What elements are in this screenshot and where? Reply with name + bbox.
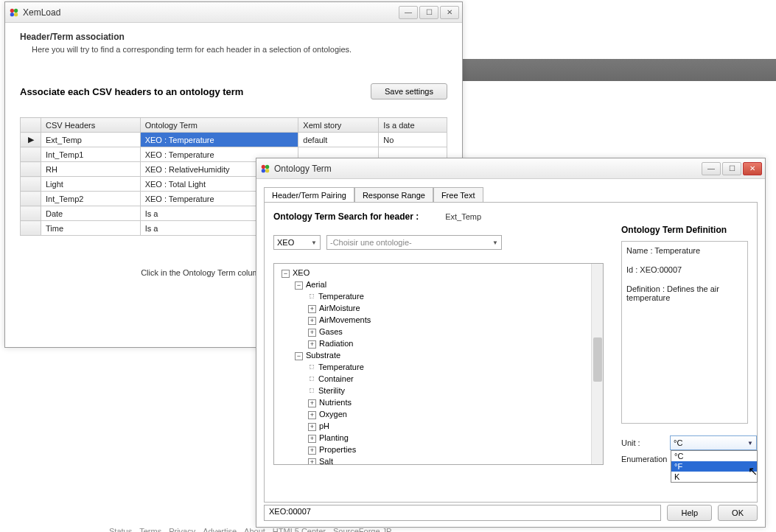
tree-expand-icon[interactable]: + bbox=[308, 329, 316, 337]
tree-node[interactable]: Temperature bbox=[308, 290, 598, 302]
save-settings-button[interactable]: Save settings bbox=[371, 83, 447, 99]
section-subtext: Here you will try to find a correspondin… bbox=[32, 45, 447, 54]
tree-node[interactable]: +AirMovements bbox=[308, 314, 598, 326]
svg-point-5 bbox=[265, 164, 269, 168]
definition-text: Definition : Defines the air temperature bbox=[626, 284, 743, 302]
window-title: XemLoad bbox=[23, 7, 399, 18]
svg-point-3 bbox=[14, 13, 18, 16]
tree-expand-icon[interactable]: + bbox=[308, 411, 316, 419]
col-xeml-story[interactable]: Xeml story bbox=[298, 118, 379, 133]
tree-expand-icon[interactable]: + bbox=[308, 399, 316, 407]
tab-free-text[interactable]: Free Text bbox=[433, 187, 483, 203]
chevron-down-icon: ▼ bbox=[492, 239, 498, 246]
table-row[interactable]: ▶Ext_TempXEO : TemperaturedefaultNo bbox=[21, 133, 447, 147]
tree-expand-icon[interactable]: + bbox=[308, 435, 316, 443]
definition-name: Name : Temperature bbox=[626, 246, 743, 255]
ontology-select-combo[interactable]: -Choisir une ontologie-▼ bbox=[326, 235, 502, 250]
tree-node[interactable]: +Gases bbox=[308, 326, 598, 337]
tree-node[interactable]: Substrate bbox=[306, 351, 340, 360]
tree-node[interactable]: +Salt bbox=[308, 455, 598, 465]
tree-node[interactable]: +Planting bbox=[308, 432, 598, 444]
minimize-button[interactable]: — bbox=[399, 6, 418, 19]
tree-node[interactable]: Aerial bbox=[306, 280, 326, 289]
col-csv-headers[interactable]: CSV Headers bbox=[41, 118, 141, 133]
app-icon bbox=[259, 163, 271, 175]
tree-expand-icon[interactable]: + bbox=[308, 458, 316, 465]
unit-option[interactable]: °F bbox=[671, 461, 757, 472]
minimize-button[interactable]: — bbox=[702, 162, 721, 175]
unit-dropdown[interactable]: °C°FK bbox=[671, 450, 758, 483]
app-icon bbox=[8, 7, 20, 18]
svg-point-2 bbox=[10, 13, 14, 16]
tree-node[interactable]: Temperature bbox=[308, 361, 598, 373]
tree-expand-icon[interactable]: + bbox=[308, 305, 316, 313]
tree-expand-icon[interactable]: + bbox=[308, 340, 316, 349]
svg-point-0 bbox=[10, 8, 14, 12]
tree-expand-icon[interactable]: + bbox=[308, 447, 316, 455]
tree-collapse-icon[interactable]: − bbox=[295, 281, 303, 290]
tree-node[interactable]: +pH bbox=[308, 420, 598, 432]
tree-collapse-icon[interactable]: − bbox=[295, 352, 303, 360]
svg-point-4 bbox=[262, 164, 265, 168]
tab-response-range[interactable]: Response Range bbox=[354, 187, 433, 203]
tree-node[interactable]: Sterility bbox=[308, 385, 598, 396]
page-footer: StatusTermsPrivacyAdvertiseAboutHTML5 Ce… bbox=[109, 526, 399, 532]
tree-node[interactable]: +Radiation bbox=[308, 337, 598, 349]
tree-expand-icon[interactable]: + bbox=[308, 423, 316, 431]
definition-heading: Ontology Term Definition bbox=[621, 225, 748, 235]
unit-option[interactable]: °C bbox=[671, 451, 757, 461]
search-label: Ontology Term Search for header : bbox=[273, 211, 419, 222]
ontology-tree[interactable]: −XEO −Aerial Temperature+AirMoisture+Air… bbox=[273, 263, 604, 465]
tab-header-term-pairing[interactable]: Header/Term Pairing bbox=[264, 187, 354, 203]
tree-node[interactable]: +Properties bbox=[308, 444, 598, 455]
close-button[interactable]: ✕ bbox=[440, 6, 459, 19]
tree-node[interactable]: +Oxygen bbox=[308, 408, 598, 420]
definition-id: Id : XEO:00007 bbox=[626, 265, 743, 274]
ok-button[interactable]: OK bbox=[718, 505, 758, 521]
tree-collapse-icon[interactable]: − bbox=[282, 270, 290, 278]
associate-heading: Associate each CSV headers to an ontolog… bbox=[20, 86, 371, 97]
scrollbar[interactable] bbox=[591, 264, 603, 464]
unit-label: Unit : bbox=[621, 438, 670, 447]
tree-expand-icon[interactable]: + bbox=[308, 317, 316, 325]
tree-node[interactable]: Container bbox=[308, 373, 598, 385]
unit-option[interactable]: K bbox=[671, 472, 757, 482]
maximize-button[interactable]: ☐ bbox=[419, 6, 438, 19]
window-title: Ontology Term bbox=[274, 164, 702, 174]
path-field[interactable]: XEO:00007 bbox=[264, 505, 661, 521]
close-button[interactable]: ✕ bbox=[743, 162, 762, 175]
chevron-down-icon: ▼ bbox=[747, 440, 753, 447]
tree-node[interactable]: XEO bbox=[293, 268, 310, 277]
maximize-button[interactable]: ☐ bbox=[722, 162, 741, 175]
tree-node[interactable]: +Nutrients bbox=[308, 396, 598, 408]
tree-node[interactable]: +AirMoisture bbox=[308, 302, 598, 314]
svg-point-1 bbox=[14, 8, 18, 12]
enumeration-label: Enumeration bbox=[621, 455, 670, 463]
help-button[interactable]: Help bbox=[667, 505, 712, 521]
unit-combo[interactable]: °C ▼ °C°FK bbox=[670, 435, 757, 450]
ontology-prefix-combo[interactable]: XEO▼ bbox=[273, 235, 321, 250]
col-is-a-date[interactable]: Is a date bbox=[379, 118, 447, 133]
chevron-down-icon: ▼ bbox=[311, 239, 317, 246]
col-ontology-term[interactable]: Ontology Term bbox=[140, 118, 298, 133]
svg-point-6 bbox=[262, 169, 265, 172]
search-header-value: Ext_Temp bbox=[445, 212, 481, 221]
svg-point-7 bbox=[265, 169, 269, 172]
definition-frame: Name : Temperature Id : XEO:00007 Defini… bbox=[621, 241, 748, 424]
section-heading: Header/Term association bbox=[20, 32, 447, 42]
